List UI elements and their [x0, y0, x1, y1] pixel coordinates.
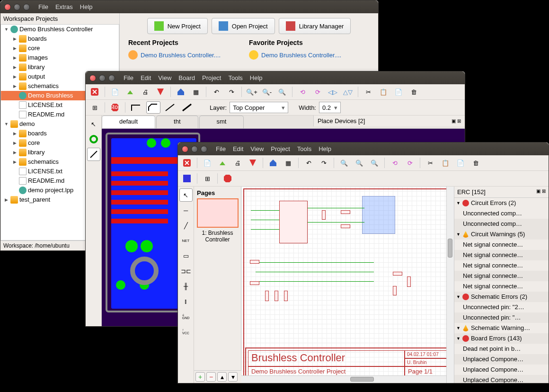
zoom-out-icon[interactable]: 🔍 [353, 157, 365, 169]
delete-icon[interactable]: 🗑 [407, 86, 420, 98]
wire-tool-icon[interactable]: ─ [179, 204, 193, 217]
tab-tht[interactable]: tht [156, 116, 198, 128]
library-manager-button[interactable]: Library Manager [279, 18, 351, 34]
erc-group[interactable]: ▼Board Errors (143) [454, 333, 549, 344]
menu-file[interactable]: File [35, 2, 51, 11]
cut-icon[interactable]: ✂ [362, 86, 374, 98]
recent-project-link[interactable]: Demo Brushless Controller.... [128, 50, 221, 60]
cap2-tool-icon[interactable]: ⫿ [179, 294, 193, 308]
close-project-icon[interactable] [89, 86, 101, 98]
menu-tools[interactable]: Tools [294, 144, 314, 153]
zoom-out-icon[interactable]: 🔍- [261, 86, 273, 98]
menu-project[interactable]: Project [268, 144, 292, 153]
menu-project[interactable]: Project [199, 73, 224, 82]
zoom-fit-icon[interactable]: 🔍 [276, 86, 288, 98]
select-tool-icon[interactable]: ↖ [87, 117, 100, 131]
zoom-in-icon[interactable]: 🔍 [338, 157, 350, 169]
grid-icon[interactable]: ⊞ [201, 172, 213, 185]
layers-icon[interactable]: ▦ [190, 86, 202, 98]
erc-item[interactable]: Unplaced Compone… [454, 375, 549, 383]
via-tool-icon[interactable] [87, 133, 100, 146]
layer-select[interactable]: Top Copper [230, 102, 288, 113]
menu-extras[interactable]: Extras [53, 2, 76, 11]
resistor-tool-icon[interactable]: ⊐⊏ [179, 264, 193, 277]
page-down-button[interactable]: ▾ [228, 372, 238, 382]
zoom-in-icon[interactable]: 🔍+ [246, 86, 258, 98]
tree-item[interactable]: ▶images [1, 53, 119, 62]
menu-view[interactable]: View [155, 73, 174, 82]
remove-page-button[interactable]: − [206, 372, 216, 382]
redo-icon[interactable]: ↷ [318, 157, 330, 169]
layers-icon[interactable]: ▦ [282, 157, 294, 169]
erc-group[interactable]: ▼Schematic Warning… [454, 323, 549, 333]
close-icon[interactable] [182, 146, 188, 152]
corner-style-3-icon[interactable] [163, 101, 177, 114]
select-tool-icon[interactable]: ↖ [179, 188, 193, 202]
fill-icon[interactable] [181, 172, 193, 185]
minimize-icon[interactable] [99, 75, 106, 81]
save-icon[interactable] [124, 86, 136, 98]
erc-item[interactable]: Net signal connecte… [454, 271, 549, 281]
home-icon[interactable] [175, 86, 187, 98]
close-icon[interactable] [4, 4, 11, 10]
place-devices-panel[interactable]: Place Devices [2] ▣ ⊠ [313, 116, 465, 126]
menu-board[interactable]: Board [176, 73, 198, 82]
vcc-tool-icon[interactable]: ↑VCC [179, 325, 193, 338]
favorite-project-link[interactable]: Demo Brushless Controller.... [249, 50, 341, 60]
corner-style-4-icon[interactable] [180, 101, 195, 114]
copy-icon[interactable]: 📋 [377, 86, 390, 98]
menu-view[interactable]: View [248, 144, 266, 153]
erc-item[interactable]: Net signal connecte… [454, 260, 549, 271]
rotate-ccw-icon[interactable]: ⟲ [389, 157, 401, 169]
cut-icon[interactable]: ✂ [424, 157, 436, 169]
netlabel-tool-icon[interactable]: NET [179, 234, 193, 247]
erc-group[interactable]: ▼Schematic Errors (2) [454, 292, 549, 302]
erc-group[interactable]: ▼Circuit Errors (2) [454, 198, 549, 208]
trace-tool-icon[interactable] [87, 148, 100, 161]
print-icon[interactable]: 🖨 [139, 86, 151, 98]
tab-default[interactable]: default [102, 116, 155, 128]
menu-help[interactable]: Help [316, 144, 334, 153]
erc-item[interactable]: Unplaced Compone… [454, 365, 549, 375]
tree-item[interactable]: ▼Demo Brushless Controller [1, 25, 119, 34]
add-page-button[interactable]: + [195, 372, 205, 382]
stop-icon[interactable] [221, 172, 234, 185]
erc-item[interactable]: Dead net point in b… [454, 344, 549, 354]
new-project-button[interactable]: New Project [147, 18, 208, 34]
undo-icon[interactable]: ↶ [210, 86, 222, 98]
minimize-icon[interactable] [14, 4, 20, 10]
new-file-icon[interactable]: 📄 [109, 86, 121, 98]
gnd-tool-icon[interactable]: ⏚GND [179, 310, 193, 323]
schematic-canvas[interactable]: Brushless Controller 04.02.17 01:07 U. B… [241, 187, 454, 383]
tree-item[interactable]: ▶core [1, 44, 119, 53]
undo-icon[interactable]: ↶ [302, 157, 315, 169]
menu-help[interactable]: Help [77, 2, 96, 11]
menu-tools[interactable]: Tools [225, 73, 245, 82]
save-icon[interactable] [216, 157, 229, 169]
erc-item[interactable]: Unconnected pin: "2… [454, 302, 549, 312]
panel-controls-icon[interactable]: ▣ ⊠ [536, 188, 546, 196]
pdf-icon[interactable] [154, 86, 167, 98]
close-project-icon[interactable] [181, 157, 193, 169]
corner-style-2-icon[interactable] [146, 101, 160, 114]
redo-icon[interactable]: ↷ [225, 86, 238, 98]
erc-item[interactable]: Net signal connecte… [454, 281, 549, 292]
erc-item[interactable]: Unconnected pin: "… [454, 312, 549, 323]
line-tool-icon[interactable]: ╱ [179, 219, 193, 232]
maximize-icon[interactable] [201, 146, 207, 152]
rotate-ccw-icon[interactable]: ⟲ [296, 86, 309, 98]
paste-icon[interactable]: 📄 [392, 86, 405, 98]
scrollbar-horizontal[interactable] [241, 375, 446, 383]
copy-icon[interactable]: 📋 [439, 157, 452, 169]
paste-icon[interactable]: 📄 [454, 157, 467, 169]
rotate-cw-icon[interactable]: ⟳ [311, 86, 324, 98]
new-file-icon[interactable]: 📄 [201, 157, 213, 169]
minimize-icon[interactable] [191, 146, 198, 152]
page-thumbnail[interactable] [197, 198, 239, 228]
scrollbar-vertical[interactable] [446, 187, 454, 383]
tab-smt[interactable]: smt [199, 116, 244, 128]
erc-item[interactable]: Unconnected comp… [454, 219, 549, 229]
stop-icon[interactable]: Stop [109, 101, 121, 114]
grid-icon[interactable]: ⊞ [89, 101, 101, 114]
zoom-fit-icon[interactable]: 🔍 [368, 157, 381, 169]
